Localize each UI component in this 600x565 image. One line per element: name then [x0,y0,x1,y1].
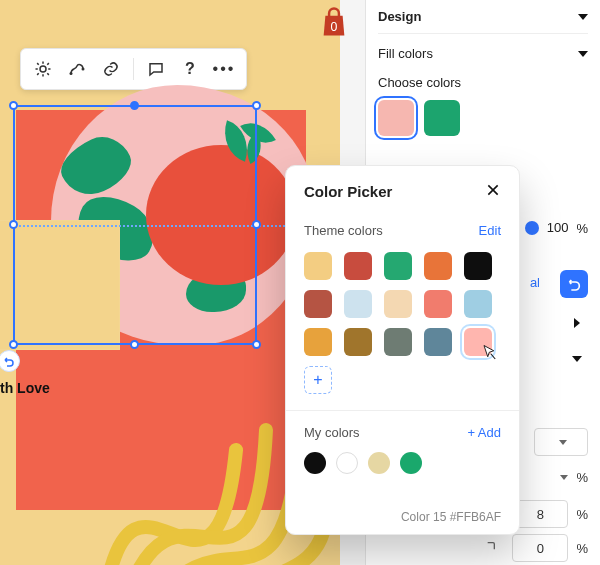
link-icon[interactable] [97,55,125,83]
color-picker-title: Color Picker [304,183,392,200]
color-picker-popover: Color Picker Theme colors Edit + My colo… [285,165,520,535]
corner-value-2[interactable]: 0 [512,534,568,562]
resize-handle-bl[interactable] [9,340,18,349]
fill-swatch-2[interactable] [424,100,460,136]
theme-swatch-grid: + [304,252,501,394]
theme-swatch[interactable] [304,252,332,280]
theme-swatch[interactable] [344,252,372,280]
unit-label-1: % [576,470,588,485]
resize-handle-br[interactable] [252,340,261,349]
theme-swatch[interactable] [344,290,372,318]
chevron-down-icon[interactable] [560,475,568,480]
reset-button[interactable] [560,270,588,298]
chevron-down-icon[interactable] [572,356,582,362]
chevron-down-icon [578,14,588,20]
path-icon[interactable] [63,55,91,83]
toolbar-separator [133,58,134,80]
gear-icon[interactable] [29,55,57,83]
unit-label: % [576,507,588,522]
theme-swatch[interactable] [384,252,412,280]
resize-handle-ml[interactable] [9,220,18,229]
chevron-down-icon [578,51,588,57]
theme-colors-label: Theme colors [304,223,383,238]
resize-handle-mr[interactable] [252,220,261,229]
theme-swatch[interactable] [424,290,452,318]
fill-swatch-1[interactable] [378,100,414,136]
link-fragment[interactable]: al [530,275,540,290]
theme-swatch[interactable] [424,252,452,280]
theme-swatch[interactable] [384,328,412,356]
value: 0 [537,541,544,556]
my-colors-row [304,452,501,474]
theme-swatch[interactable] [384,290,412,318]
theme-swatch[interactable] [464,252,492,280]
add-theme-swatch[interactable]: + [304,366,332,394]
resize-handle-tm[interactable] [130,101,139,110]
svg-point-1 [82,68,85,71]
add-my-color-link[interactable]: + Add [467,425,501,440]
caption-text: th Love [0,380,50,396]
my-colors-label: My colors [304,425,360,440]
bag-count: 0 [331,20,338,34]
fill-colors-label: Fill colors [378,46,433,61]
divider [286,410,519,411]
resize-handle-bm[interactable] [130,340,139,349]
close-icon[interactable] [485,182,501,201]
theme-swatch[interactable] [424,328,452,356]
my-color-swatch[interactable] [368,452,390,474]
theme-swatch[interactable] [464,328,492,356]
theme-swatch[interactable] [464,290,492,318]
more-icon[interactable]: ••• [210,55,238,83]
unit-label: % [576,541,588,556]
chevron-down-icon [559,440,567,445]
design-label: Design [378,9,421,24]
opacity-value: 100 [547,216,569,240]
help-icon[interactable]: ? [176,55,204,83]
opacity-row[interactable]: 100 % [525,216,588,240]
my-color-swatch[interactable] [304,452,326,474]
corner-value-1[interactable]: 8 [512,500,568,528]
comment-icon[interactable] [142,55,170,83]
opacity-slider-thumb[interactable] [525,221,539,235]
selection-box[interactable] [13,105,257,345]
value: 8 [537,507,544,522]
chevron-right-icon[interactable] [574,318,580,328]
color-picker-footer: Color 15 #FFB6AF [304,510,501,524]
svg-point-0 [70,72,73,75]
corner-style-icon-2[interactable] [482,537,504,559]
edit-theme-colors-link[interactable]: Edit [479,223,501,238]
theme-swatch[interactable] [304,290,332,318]
floating-toolbar: ? ••• [20,48,247,90]
opacity-unit: % [576,221,588,236]
resize-handle-tr[interactable] [252,101,261,110]
my-color-swatch[interactable] [400,452,422,474]
select-small[interactable] [534,428,588,456]
design-section-header[interactable]: Design [378,0,588,34]
theme-swatch[interactable] [304,328,332,356]
resize-handle-tl[interactable] [9,101,18,110]
theme-swatch[interactable] [344,328,372,356]
fill-colors-row[interactable]: Fill colors [378,46,588,61]
my-color-swatch[interactable] [336,452,358,474]
choose-colors-label: Choose colors [378,75,588,90]
shopping-bag-icon[interactable]: 0 [319,6,349,38]
